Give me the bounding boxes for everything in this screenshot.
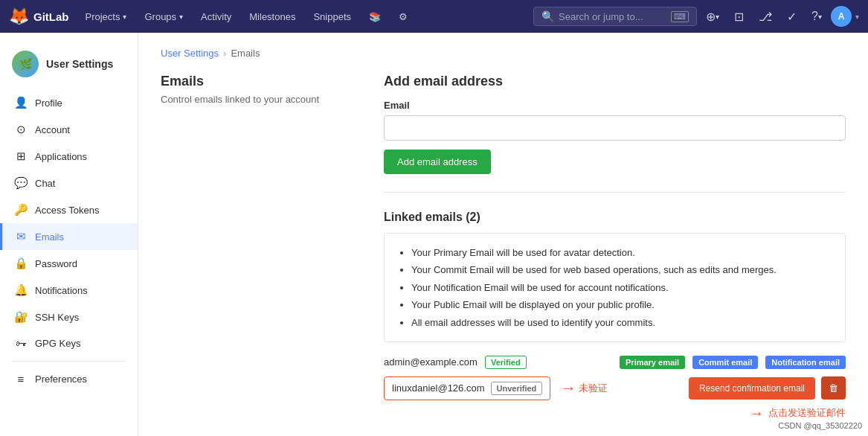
right-column: Add email address Email Add email addres…	[384, 74, 846, 422]
unverified-email-box: linuxdaniel@126.com Unverified	[384, 376, 550, 400]
sidebar-item-label: Applications	[35, 151, 87, 162]
commit-email-tag: Commit email	[692, 356, 758, 369]
preferences-icon: ≡	[14, 373, 28, 385]
sidebar-item-label: Chat	[35, 178, 55, 189]
help-button[interactable]: ? ▾	[806, 5, 828, 28]
bullet-4: Your Public Email will be displayed on y…	[411, 296, 832, 313]
unverified-annotation: 未验证	[579, 382, 608, 395]
groups-menu[interactable]: Groups ▾	[137, 7, 190, 27]
top-navigation: 🦊 GitLab Projects ▾ Groups ▾ Activity Mi…	[0, 0, 868, 33]
page-layout: 🌿 User Settings 👤 Profile ⊙ Account ⊞ Ap…	[0, 33, 868, 436]
left-column: Emails Control emails linked to your acc…	[161, 74, 354, 422]
merge-requests-button[interactable]: ⎇	[753, 5, 778, 28]
more-options[interactable]: 📚	[361, 7, 388, 27]
breadcrumb-parent[interactable]: User Settings	[161, 48, 219, 59]
sidebar-item-applications[interactable]: ⊞ Applications	[0, 143, 138, 170]
email-row-verified: admin@example.com Verified Primary email…	[384, 356, 846, 369]
main-content: User Settings › Emails Emails Control em…	[138, 33, 868, 436]
logo[interactable]: 🦊 GitLab	[9, 7, 69, 26]
activity-link[interactable]: Activity	[193, 7, 239, 27]
resend-annotation-text: 点击发送验证邮件	[768, 406, 846, 420]
issues-button[interactable]: ⊡	[728, 5, 750, 28]
user-avatar-initials: A	[838, 11, 845, 22]
verified-badge: Verified	[485, 356, 527, 369]
sidebar-item-label: Access Tokens	[35, 205, 99, 216]
breadcrumb-current: Emails	[231, 48, 260, 59]
sidebar-item-label: Account	[35, 124, 70, 135]
sidebar-item-chat[interactable]: 💬 Chat	[0, 170, 138, 196]
emails-title: Emails	[161, 74, 354, 89]
sidebar-item-profile[interactable]: 👤 Profile	[0, 89, 138, 116]
todos-button[interactable]: ✓	[781, 5, 803, 28]
milestones-link[interactable]: Milestones	[242, 7, 303, 27]
gpg-icon: 🗝	[14, 337, 28, 350]
avatar: 🌿	[12, 51, 39, 77]
snippets-link[interactable]: Snippets	[306, 7, 359, 27]
projects-menu[interactable]: Projects ▾	[78, 7, 135, 27]
applications-icon: ⊞	[14, 150, 28, 163]
account-icon: ⊙	[14, 123, 28, 136]
sidebar-item-password[interactable]: 🔒 Password	[0, 250, 138, 277]
issues-icon: ⊡	[734, 10, 744, 24]
check-icon: ✓	[787, 10, 797, 24]
add-email-button[interactable]: Add email address	[384, 150, 491, 174]
merge-icon: ⎇	[759, 10, 772, 24]
sidebar-item-notifications[interactable]: 🔔 Notifications	[0, 277, 138, 304]
sidebar-item-label: Profile	[35, 97, 62, 109]
watermark: CSDN @qq_35302220	[778, 421, 862, 430]
sidebar-item-preferences[interactable]: ≡ Preferences	[0, 366, 138, 392]
unverified-badge: Unverified	[491, 382, 543, 395]
pipeline-icon-btn[interactable]: ⚙	[391, 7, 415, 27]
email-input[interactable]	[384, 115, 846, 141]
sidebar-item-access-tokens[interactable]: 🔑 Access Tokens	[0, 196, 138, 223]
sidebar-item-account[interactable]: ⊙ Account	[0, 116, 138, 143]
search-input[interactable]	[559, 11, 666, 22]
info-box: Your Primary Email will be used for avat…	[384, 233, 846, 342]
search-icon: 🔍	[541, 10, 554, 22]
user-avatar[interactable]: A	[831, 6, 852, 27]
breadcrumb-separator: ›	[223, 48, 226, 59]
profile-icon: 👤	[14, 96, 28, 109]
sidebar-divider	[12, 361, 126, 362]
resend-annotation-row: → 点击发送验证邮件	[384, 405, 846, 422]
emails-subtitle: Control emails linked to your account	[161, 94, 354, 105]
sidebar-header: 🌿 User Settings	[0, 45, 138, 89]
search-bar[interactable]: 🔍 ⌨	[533, 7, 697, 26]
sidebar-item-gpg-keys[interactable]: 🗝 GPG Keys	[0, 330, 138, 356]
logo-text: GitLab	[33, 10, 69, 23]
email-address-verified: admin@example.com	[384, 356, 478, 368]
key-icon: 🔑	[14, 203, 28, 217]
resend-confirmation-button[interactable]: Resend confirmation email	[689, 377, 815, 400]
book-icon: 📚	[369, 11, 381, 22]
sidebar: 🌿 User Settings 👤 Profile ⊙ Account ⊞ Ap…	[0, 33, 138, 436]
sidebar-item-label: SSH Keys	[35, 312, 79, 323]
sidebar-item-label: Preferences	[35, 374, 87, 385]
primary-email-tag: Primary email	[620, 356, 685, 369]
slash-icon: ⌨	[671, 11, 689, 22]
email-icon: ✉	[14, 230, 28, 243]
trash-icon: 🗑	[829, 382, 838, 394]
email-row-unverified: linuxdaniel@126.com Unverified → 未验证 Res…	[384, 376, 846, 400]
lock-icon: 🔒	[14, 257, 28, 270]
add-email-title: Add email address	[384, 74, 846, 89]
email-label: Email	[384, 100, 846, 111]
bullet-5: All email addresses will be used to iden…	[411, 314, 832, 331]
sidebar-title: User Settings	[46, 58, 113, 70]
email-address-unverified: linuxdaniel@126.com	[392, 382, 485, 394]
bullet-2: Your Commit Email will be used for web b…	[411, 261, 832, 278]
delete-email-button[interactable]: 🗑	[821, 376, 846, 400]
sidebar-item-label: Emails	[35, 231, 64, 243]
bell-icon: 🔔	[14, 283, 28, 297]
sidebar-item-label: Notifications	[35, 285, 88, 296]
new-item-button[interactable]: ⊕ ▾	[700, 5, 725, 28]
breadcrumb: User Settings › Emails	[161, 48, 846, 59]
arrow-annotation-icon: →	[561, 379, 576, 397]
chat-icon: 💬	[14, 176, 28, 190]
sidebar-item-ssh-keys[interactable]: 🔐 SSH Keys	[0, 304, 138, 330]
sidebar-item-emails[interactable]: ✉ Emails	[0, 223, 138, 250]
logo-icon: 🦊	[9, 7, 29, 26]
ssh-icon: 🔐	[14, 310, 28, 324]
sidebar-item-label: GPG Keys	[35, 338, 80, 349]
bullet-1: Your Primary Email will be used for avat…	[411, 244, 832, 261]
pipeline-icon: ⚙	[399, 11, 408, 22]
